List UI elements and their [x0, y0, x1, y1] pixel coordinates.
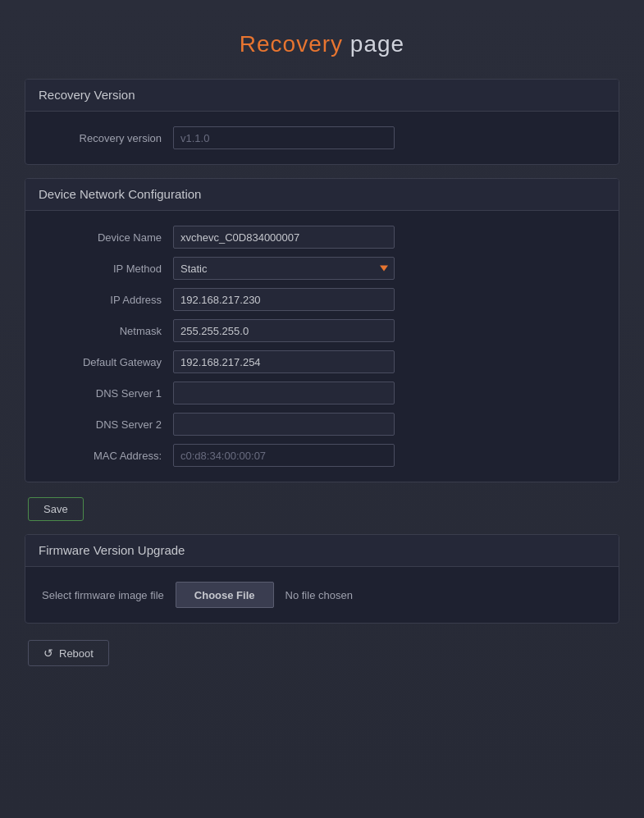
- ip-address-input[interactable]: [173, 288, 395, 311]
- ip-method-label: IP Method: [42, 263, 173, 275]
- netmask-input[interactable]: [173, 319, 395, 342]
- recovery-version-label: Recovery version: [42, 132, 173, 144]
- title-highlight: Recovery: [240, 31, 343, 57]
- reboot-button[interactable]: ↺ Reboot: [28, 640, 109, 666]
- dns-server-1-row: DNS Server 1: [42, 382, 602, 404]
- ip-address-label: IP Address: [42, 294, 173, 306]
- dns-server-1-label: DNS Server 1: [42, 387, 173, 400]
- device-name-input[interactable]: [173, 226, 395, 249]
- default-gateway-label: Default Gateway: [42, 356, 173, 368]
- page-header: Recovery page: [25, 16, 619, 66]
- recovery-version-card-header: Recovery Version: [25, 80, 619, 112]
- reboot-label: Reboot: [59, 647, 94, 660]
- network-config-card-header: Device Network Configuration: [25, 179, 619, 211]
- mac-address-input[interactable]: [173, 444, 395, 467]
- firmware-card: Firmware Version Upgrade Select firmware…: [25, 534, 619, 624]
- recovery-version-row: Recovery version: [42, 126, 602, 149]
- firmware-card-header: Firmware Version Upgrade: [25, 535, 619, 567]
- dns-server-1-input[interactable]: [173, 382, 395, 404]
- ip-method-select-wrapper: Static DHCP: [173, 257, 395, 280]
- ip-method-select[interactable]: Static DHCP: [173, 257, 395, 280]
- save-button[interactable]: Save: [28, 497, 84, 521]
- network-config-title: Device Network Configuration: [39, 187, 201, 201]
- reboot-icon: ↺: [43, 647, 53, 660]
- default-gateway-input[interactable]: [173, 350, 395, 373]
- netmask-row: Netmask: [42, 319, 602, 342]
- recovery-version-card-body: Recovery version: [25, 112, 619, 164]
- dns-server-2-row: DNS Server 2: [42, 413, 602, 436]
- ip-address-row: IP Address: [42, 288, 602, 311]
- device-name-row: Device Name: [42, 226, 602, 249]
- recovery-version-input[interactable]: [173, 126, 395, 149]
- dns-server-2-label: DNS Server 2: [42, 418, 173, 431]
- device-name-label: Device Name: [42, 231, 173, 244]
- mac-address-row: MAC Address:: [42, 444, 602, 467]
- firmware-select-label: Select firmware image file: [42, 589, 164, 601]
- choose-file-button[interactable]: Choose File: [176, 582, 274, 608]
- no-file-text: No file chosen: [285, 589, 353, 601]
- firmware-title: Firmware Version Upgrade: [39, 543, 185, 557]
- netmask-label: Netmask: [42, 325, 173, 337]
- reboot-button-wrapper: ↺ Reboot: [25, 637, 619, 666]
- ip-method-row: IP Method Static DHCP: [42, 257, 602, 280]
- firmware-row: Select firmware image file Choose File N…: [25, 567, 619, 623]
- save-button-wrapper: Save: [25, 496, 619, 521]
- network-config-card: Device Network Configuration Device Name…: [25, 178, 619, 482]
- title-normal: page: [343, 31, 404, 57]
- dns-server-2-input[interactable]: [173, 413, 395, 436]
- network-config-card-body: Device Name IP Method Static DHCP IP Add…: [25, 211, 619, 482]
- page-title: Recovery page: [25, 31, 619, 57]
- recovery-version-title: Recovery Version: [39, 88, 135, 102]
- page-wrapper: Recovery page Recovery Version Recovery …: [0, 0, 644, 818]
- mac-address-label: MAC Address:: [42, 450, 173, 462]
- default-gateway-row: Default Gateway: [42, 350, 602, 373]
- recovery-version-card: Recovery Version Recovery version: [25, 79, 619, 165]
